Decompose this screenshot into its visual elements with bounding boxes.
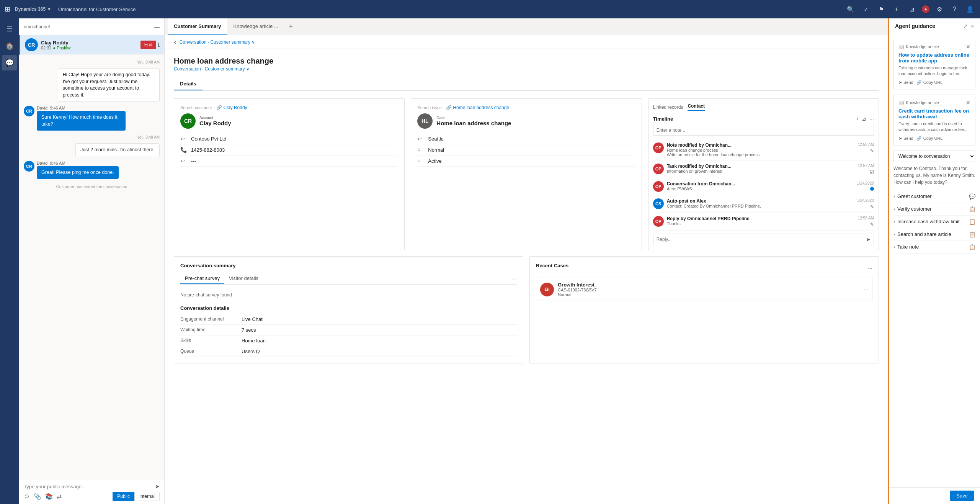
timeline-edit-icon-4[interactable]: ✎ bbox=[870, 222, 874, 227]
customer-card: Search customer 🔗 Clay Roddy CR Account … bbox=[174, 98, 405, 250]
detail-label-2: Skills bbox=[180, 338, 242, 344]
timeline-check-icon-1[interactable]: ☑ bbox=[870, 169, 874, 175]
timeline-add-icon[interactable]: + bbox=[856, 116, 859, 122]
sub-tab-details[interactable]: Details bbox=[174, 78, 203, 90]
ka-copy-url-button-0[interactable]: 🔗 Copy URL bbox=[916, 80, 943, 85]
msg-bubble-2: Just 2 more mins. I'm almost there. bbox=[75, 143, 160, 157]
timeline-avatar-4: OP bbox=[653, 216, 664, 227]
kb-icon[interactable]: 📚 bbox=[45, 493, 53, 500]
script-chevron-icon-0: › bbox=[893, 194, 895, 199]
visitor-details-tab[interactable]: Visitor details bbox=[224, 273, 263, 284]
brand-chevron[interactable]: ▾ bbox=[48, 7, 50, 12]
info-icon[interactable]: ℹ bbox=[158, 42, 160, 48]
linked-tab-contact[interactable]: Contact bbox=[688, 103, 705, 111]
welcome-message-select[interactable]: Welcome to conversation bbox=[893, 151, 975, 162]
msg-bubble-incoming-2: Great! Please ping me once done. bbox=[37, 166, 119, 179]
issue-link[interactable]: 🔗 Home loan address change bbox=[446, 105, 509, 110]
public-button[interactable]: Public bbox=[113, 492, 134, 501]
script-steps-list: › Greet customer 💬 › Verify customer 📋 › bbox=[893, 190, 975, 254]
timeline-item-title-2: Conversation from Omnichan... bbox=[667, 181, 854, 187]
chat-avatar: CR bbox=[25, 38, 38, 51]
ka-close-1[interactable]: ✕ bbox=[966, 100, 970, 106]
chat-item-info: Clay Roddy 02:32 ● Positive bbox=[38, 40, 140, 50]
msg-timestamp-2: You, 9:48 AM bbox=[24, 135, 160, 139]
timeline-item-title-3: Auto-post on Alex bbox=[667, 198, 854, 204]
ka-send-button-1[interactable]: ➤ Send bbox=[898, 136, 913, 141]
script-step-label-1: › Verify customer bbox=[893, 206, 932, 212]
pre-chat-survey-tab[interactable]: Pre-chat survey bbox=[180, 273, 224, 284]
chat-list-item[interactable]: CR Clay Roddy 02:32 ● Positive End ℹ bbox=[19, 35, 164, 55]
page-subtitle[interactable]: Conversation · Customer summary ∨ bbox=[174, 66, 879, 72]
timeline-more-icon[interactable]: ··· bbox=[869, 116, 874, 122]
agent-panel-title: Agent guidance bbox=[895, 23, 935, 29]
recent-cases-more-icon[interactable]: ··· bbox=[868, 265, 872, 271]
tab-add-button[interactable]: + bbox=[284, 23, 298, 31]
conv-tabs-more[interactable]: ··· bbox=[513, 276, 517, 281]
sentiment-badge: ● Positive bbox=[53, 46, 72, 50]
case-avatar-gi: GI bbox=[540, 283, 554, 296]
search-icon[interactable]: 🔍 bbox=[845, 4, 856, 15]
agent-panel-expand-icon[interactable]: ⤢ bbox=[963, 23, 968, 29]
script-chevron-icon-2: › bbox=[893, 219, 895, 224]
save-button[interactable]: Save bbox=[950, 491, 974, 501]
customer-link[interactable]: 🔗 Clay Roddy bbox=[216, 105, 247, 110]
detail-label-3: Queue bbox=[180, 349, 242, 354]
timeline-edit-icon-3[interactable]: ✎ bbox=[870, 204, 874, 209]
ka-close-0[interactable]: ✕ bbox=[966, 44, 970, 50]
app-name: Omnichannel for Customer Service bbox=[55, 7, 136, 12]
add-icon[interactable]: + bbox=[891, 4, 902, 15]
ka-title-1[interactable]: Credit card transaction fee on cash with… bbox=[898, 108, 970, 119]
settings-icon[interactable]: ⚙ bbox=[934, 4, 945, 15]
agent-panel-list-icon[interactable]: ≡ bbox=[971, 23, 974, 29]
breadcrumb-path[interactable]: Conversation · Customer summary ∨ bbox=[180, 39, 255, 45]
internal-button[interactable]: Internal bbox=[134, 492, 160, 501]
timeline-reply-input[interactable] bbox=[657, 237, 863, 242]
transfer-icon[interactable]: ⇄ bbox=[57, 493, 62, 500]
back-button[interactable]: ‹ bbox=[174, 38, 176, 46]
timeline-item-1: OP Task modified by Omnichan... Informat… bbox=[653, 160, 874, 178]
chat-icon[interactable]: ✓ bbox=[861, 4, 871, 15]
detail-row-3: Queue Users Q bbox=[180, 346, 517, 357]
case-name: Home loan address change bbox=[436, 120, 511, 126]
detail-value-3: Users Q bbox=[242, 349, 260, 354]
end-conversation-button[interactable]: End bbox=[140, 41, 156, 49]
agent-guidance-panel: Agent guidance ⤢ ≡ 📖 Knowledge article ✕… bbox=[888, 18, 980, 504]
emoji-icon[interactable]: ☺ bbox=[24, 493, 30, 500]
ka-copy-url-button-1[interactable]: 🔗 Copy URL bbox=[916, 136, 943, 141]
help-icon[interactable]: ? bbox=[949, 4, 960, 15]
detail-row-1: Waiting time 7 secs bbox=[180, 325, 517, 335]
notification-icon[interactable]: ● bbox=[922, 5, 929, 13]
agent-header-icons: ⤢ ≡ bbox=[963, 23, 974, 29]
sidebar-home-icon[interactable]: 🏠 bbox=[2, 38, 17, 54]
script-step-3[interactable]: › Search and share article 📋 bbox=[893, 228, 975, 241]
script-step-0[interactable]: › Greet customer 💬 bbox=[893, 190, 975, 203]
sidebar-chat-icon[interactable]: 💬 bbox=[2, 55, 17, 70]
reply-send-icon[interactable]: ➤ bbox=[866, 236, 871, 242]
apps-grid-icon[interactable]: ⊞ bbox=[5, 5, 10, 13]
script-step-4[interactable]: › Take note 📋 bbox=[893, 241, 975, 254]
chat-message-input[interactable] bbox=[24, 484, 155, 489]
timeline-note-input[interactable] bbox=[653, 125, 874, 136]
user-icon[interactable]: 👤 bbox=[965, 4, 975, 15]
timeline-edit-icon-0[interactable]: ✎ bbox=[870, 148, 874, 154]
tab-customer-summary[interactable]: Customer Summary bbox=[168, 18, 227, 35]
conv-collapse-icon[interactable]: — bbox=[154, 24, 160, 30]
send-arrow-icon[interactable]: ➤ bbox=[155, 483, 160, 489]
ka-title-0[interactable]: How to update address online from mobile… bbox=[898, 52, 970, 64]
timeline-filter-icon[interactable]: ⊿ bbox=[862, 116, 866, 122]
sidebar-menu-icon[interactable]: ☰ bbox=[2, 21, 17, 37]
ka-desc-1: Every time a credit card is used to with… bbox=[898, 121, 970, 133]
tab-bar: Customer Summary Knowledge article ... + bbox=[165, 18, 888, 35]
filter-icon[interactable]: ⊿ bbox=[906, 4, 917, 15]
ka-send-button-0[interactable]: ➤ Send bbox=[898, 80, 913, 85]
attachment-icon[interactable]: 📎 bbox=[34, 493, 41, 500]
extra-field: ↩ --- bbox=[180, 155, 398, 167]
timeline-time-3: 1/24/2020 bbox=[857, 198, 874, 203]
ka-copy-icon-0: 🔗 bbox=[916, 80, 922, 85]
script-step-2[interactable]: › Increase cash withdraw limit 📋 bbox=[893, 216, 975, 228]
case-more-icon[interactable]: ··· bbox=[864, 286, 868, 293]
script-step-1[interactable]: › Verify customer 📋 bbox=[893, 203, 975, 216]
tab-knowledge-article[interactable]: Knowledge article ... bbox=[227, 18, 284, 35]
phone-icon: 📞 bbox=[180, 147, 188, 153]
flag-icon[interactable]: ⚑ bbox=[876, 4, 887, 15]
